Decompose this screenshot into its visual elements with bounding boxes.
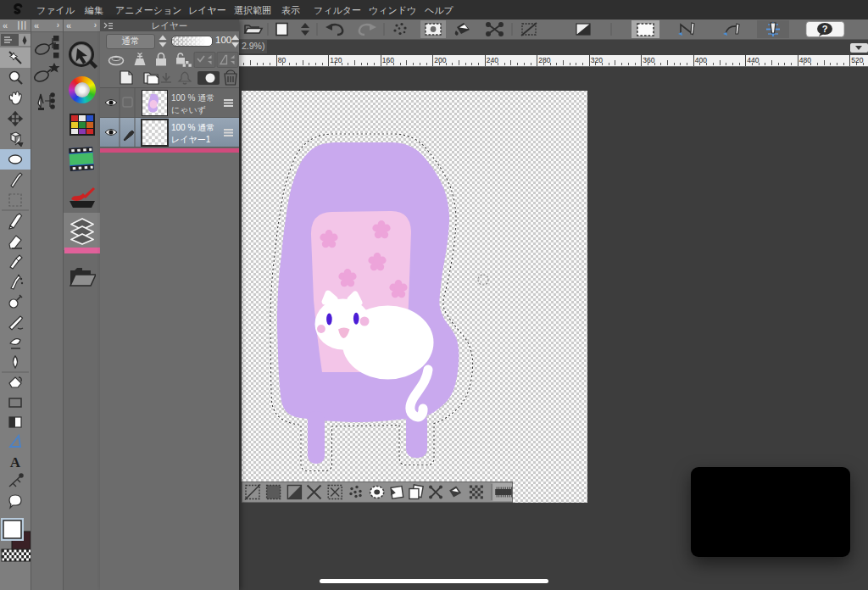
svg-text:?: ? — [822, 24, 828, 34]
svg-text:A: A — [10, 454, 21, 470]
